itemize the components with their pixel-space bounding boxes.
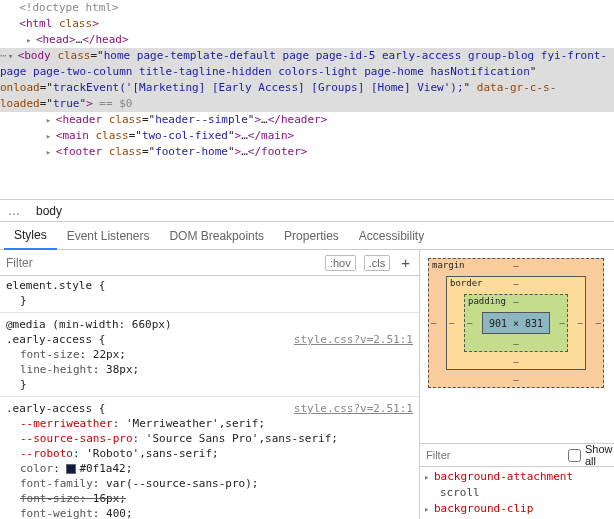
computed-value: scroll (424, 485, 610, 501)
cls-toggle[interactable]: .cls (364, 255, 391, 271)
breadcrumb: … body (0, 200, 614, 222)
dom-line-footer[interactable]: <footer class="footer-home">…</footer> (0, 144, 614, 160)
expand-arrow-icon[interactable] (46, 112, 56, 128)
dom-line-head[interactable]: <head>…</head> (0, 32, 614, 48)
style-rules: element.style { } @media (min-width: 660… (0, 276, 419, 519)
rule-element-style[interactable]: element.style { (6, 278, 413, 293)
tab-properties[interactable]: Properties (274, 223, 349, 249)
computed-pane: margin –––– border –––– padding –––– 901… (420, 250, 614, 519)
new-style-rule-button[interactable]: + (398, 254, 413, 271)
lower-panels: :hov .cls + element.style { } @media (mi… (0, 250, 614, 519)
expand-arrow-icon[interactable] (424, 469, 434, 485)
show-all-checkbox[interactable] (568, 449, 581, 462)
decl-1a[interactable]: font-size: 22px; (6, 347, 413, 362)
computed-row[interactable]: background-attachment (424, 469, 610, 485)
tab-accessibility[interactable]: Accessibility (349, 223, 434, 249)
decl-2d[interactable]: color: #0f1a42; (6, 461, 413, 476)
dom-line-body-selected[interactable]: ⋯<body class="home page-template-default… (0, 48, 614, 112)
expand-arrow-icon[interactable] (26, 32, 36, 48)
tab-dom-breakpoints[interactable]: DOM Breakpoints (159, 223, 274, 249)
decl-2f[interactable]: font-size: 16px; (6, 491, 413, 506)
dom-line-html[interactable]: <html class> (0, 16, 614, 32)
rule-selector-1[interactable]: .early-access {style.css?v=2.51:1 (6, 332, 413, 347)
styles-filter-bar: :hov .cls + (0, 250, 419, 276)
box-model[interactable]: margin –––– border –––– padding –––– 901… (420, 250, 614, 443)
expand-arrow-icon[interactable] (8, 48, 18, 64)
decl-2g[interactable]: font-weight: 400; (6, 506, 413, 519)
breadcrumb-more[interactable]: … (0, 204, 28, 218)
decl-2c[interactable]: --roboto: 'Roboto',sans-serif; (6, 446, 413, 461)
box-model-content[interactable]: 901 × 831 (482, 312, 550, 334)
hov-toggle[interactable]: :hov (325, 255, 356, 271)
show-all-label: Show all (585, 443, 613, 467)
source-link-2[interactable]: style.css?v=2.51:1 (294, 401, 413, 416)
dom-line-header[interactable]: <header class="header--simple">…</header… (0, 112, 614, 128)
dom-tree-panel: <!doctype html> <html class> <head>…</he… (0, 0, 614, 200)
color-swatch-icon[interactable] (66, 464, 76, 474)
computed-row[interactable]: background-clip (424, 501, 610, 517)
decl-1b[interactable]: line-height: 38px; (6, 362, 413, 377)
rule-selector-2[interactable]: .early-access {style.css?v=2.51:1 (6, 401, 413, 416)
computed-filter-bar: Show all (420, 443, 614, 467)
dom-line-main[interactable]: <main class="two-col-fixed">…</main> (0, 128, 614, 144)
source-link-1[interactable]: style.css?v=2.51:1 (294, 332, 413, 347)
dom-line-doctype[interactable]: <!doctype html> (0, 0, 614, 16)
rule-close: } (6, 377, 413, 392)
expand-arrow-icon[interactable] (46, 144, 56, 160)
expand-arrow-icon[interactable] (424, 501, 434, 517)
tab-styles[interactable]: Styles (4, 222, 57, 250)
decl-2b[interactable]: --source-sans-pro: 'Source Sans Pro',san… (6, 431, 413, 446)
breadcrumb-body[interactable]: body (28, 202, 71, 220)
rule-media[interactable]: @media (min-width: 660px) (6, 317, 413, 332)
tab-event-listeners[interactable]: Event Listeners (57, 223, 160, 249)
styles-filter-input[interactable] (6, 256, 317, 270)
expand-arrow-icon[interactable] (46, 128, 56, 144)
computed-list: background-attachment scroll background-… (420, 467, 614, 519)
styles-pane: :hov .cls + element.style { } @media (mi… (0, 250, 420, 519)
styles-tabs: Styles Event Listeners DOM Breakpoints P… (0, 222, 614, 250)
decl-2e[interactable]: font-family: var(--source-sans-pro); (6, 476, 413, 491)
decl-2a[interactable]: --merriweather: 'Merriweather',serif; (6, 416, 413, 431)
rule-close: } (6, 293, 413, 308)
computed-filter-input[interactable] (426, 449, 564, 461)
